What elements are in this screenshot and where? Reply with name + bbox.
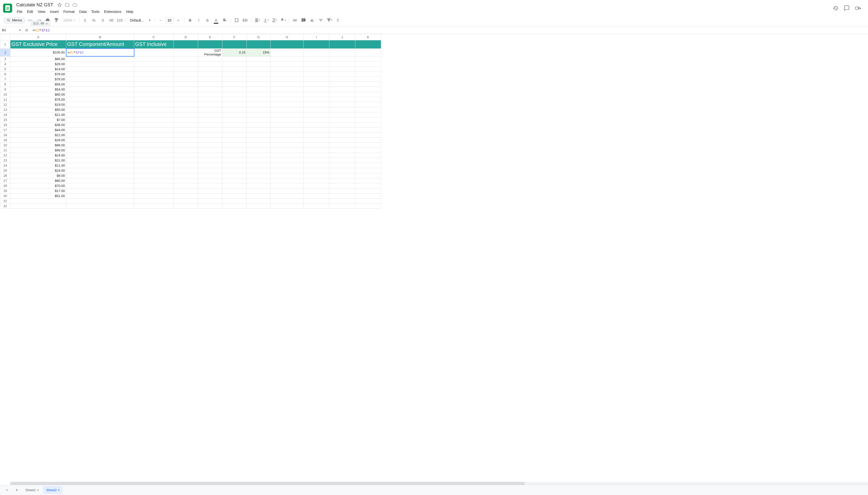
cell-I21[interactable] <box>303 148 329 153</box>
cell-F14[interactable] <box>222 112 247 117</box>
italic-button[interactable]: I <box>195 16 203 24</box>
cell-D13[interactable] <box>174 107 198 112</box>
cell-H28[interactable] <box>271 183 303 188</box>
cell-E8[interactable] <box>198 82 222 87</box>
row-header-5[interactable]: 5 <box>0 66 11 71</box>
cell-G11[interactable] <box>247 97 271 102</box>
cell-C2[interactable] <box>134 48 174 56</box>
cell-F22[interactable] <box>222 153 247 158</box>
add-sheet-button[interactable]: + <box>3 486 11 494</box>
cell-J20[interactable] <box>329 142 355 148</box>
cell-E26[interactable] <box>198 173 222 178</box>
cell-H21[interactable] <box>271 148 303 153</box>
cell-B9[interactable] <box>66 87 134 92</box>
decrease-font-size-button[interactable]: − <box>157 16 164 24</box>
cell-C18[interactable] <box>134 132 174 137</box>
cell-A31[interactable] <box>11 198 66 203</box>
cell-H24[interactable] <box>271 163 303 168</box>
cell-C28[interactable] <box>134 183 174 188</box>
cell-H19[interactable] <box>271 137 303 142</box>
cell-I14[interactable] <box>303 112 329 117</box>
row-header-7[interactable]: 7 <box>0 76 11 82</box>
cell-G22[interactable] <box>247 153 271 158</box>
cell-B26[interactable] <box>66 173 134 178</box>
cell-C11[interactable] <box>134 97 174 102</box>
cell-J32[interactable] <box>329 203 355 208</box>
cell-C8[interactable] <box>134 82 174 87</box>
cell-D2[interactable] <box>174 48 198 56</box>
cell-K16[interactable] <box>355 122 381 127</box>
cell-G29[interactable] <box>247 188 271 193</box>
cell-H14[interactable] <box>271 112 303 117</box>
cell-E15[interactable] <box>198 117 222 122</box>
cell-F8[interactable] <box>222 82 247 87</box>
cell-A9[interactable]: $54.00 <box>11 87 66 92</box>
cell-I31[interactable] <box>303 198 329 203</box>
cell-F6[interactable] <box>222 71 247 76</box>
cell-I24[interactable] <box>303 163 329 168</box>
cell-H7[interactable] <box>271 76 303 82</box>
cell-J29[interactable] <box>329 188 355 193</box>
cell-C15[interactable] <box>134 117 174 122</box>
cell-B16[interactable] <box>66 122 134 127</box>
header-cell-G1[interactable] <box>247 40 271 49</box>
cell-I12[interactable] <box>303 102 329 107</box>
cell-C9[interactable] <box>134 87 174 92</box>
cell-F31[interactable] <box>222 198 247 203</box>
header-cell-E1[interactable] <box>198 40 222 49</box>
cell-C13[interactable] <box>134 107 174 112</box>
paint-format-button[interactable] <box>52 16 60 24</box>
cell-J11[interactable] <box>329 97 355 102</box>
star-icon[interactable] <box>57 2 62 7</box>
cell-A3[interactable]: $80.00 <box>11 56 66 62</box>
cell-A28[interactable]: $70.00 <box>11 183 66 188</box>
cell-E32[interactable] <box>198 203 222 208</box>
cell-F30[interactable] <box>222 193 247 198</box>
row-header-29[interactable]: 29 <box>0 188 11 193</box>
cell-E16[interactable] <box>198 122 222 127</box>
cell-E5[interactable] <box>198 66 222 71</box>
cell-K12[interactable] <box>355 102 381 107</box>
cell-G32[interactable] <box>247 203 271 208</box>
row-header-22[interactable]: 22 <box>0 153 11 158</box>
column-header-C[interactable]: C <box>134 34 174 40</box>
cell-B20[interactable] <box>66 142 134 148</box>
menu-tools[interactable]: Tools <box>89 8 102 15</box>
cell-H17[interactable] <box>271 127 303 132</box>
cell-D9[interactable] <box>174 87 198 92</box>
menu-file[interactable]: File <box>15 8 24 15</box>
cell-J28[interactable] <box>329 183 355 188</box>
cell-B31[interactable] <box>66 198 134 203</box>
cell-D6[interactable] <box>174 71 198 76</box>
row-header-8[interactable]: 8 <box>0 82 11 87</box>
cell-J30[interactable] <box>329 193 355 198</box>
cell-I26[interactable] <box>303 173 329 178</box>
cell-D27[interactable] <box>174 178 198 183</box>
horizontal-scrollbar[interactable] <box>10 482 868 485</box>
header-cell-J1[interactable] <box>329 40 355 49</box>
cell-I7[interactable] <box>303 76 329 82</box>
cell-I32[interactable] <box>303 203 329 208</box>
cell-J4[interactable] <box>329 62 355 66</box>
cell-D21[interactable] <box>174 148 198 153</box>
bold-button[interactable]: B <box>186 16 194 24</box>
cell-K30[interactable] <box>355 193 381 198</box>
cell-G6[interactable] <box>247 71 271 76</box>
cell-H4[interactable] <box>271 62 303 66</box>
column-header-K[interactable]: K <box>355 34 381 40</box>
cell-B4[interactable] <box>66 62 134 66</box>
cell-K9[interactable] <box>355 87 381 92</box>
cell-C21[interactable] <box>134 148 174 153</box>
cell-G7[interactable] <box>247 76 271 82</box>
cell-F25[interactable] <box>222 168 247 173</box>
cell-G31[interactable] <box>247 198 271 203</box>
cell-H27[interactable] <box>271 178 303 183</box>
text-rotation-button[interactable]: ▾ <box>279 16 287 24</box>
cell-B21[interactable] <box>66 148 134 153</box>
cell-H29[interactable] <box>271 188 303 193</box>
cell-B23[interactable] <box>66 158 134 163</box>
cell-J13[interactable] <box>329 107 355 112</box>
cell-C27[interactable] <box>134 178 174 183</box>
cell-E3[interactable] <box>198 56 222 62</box>
cell-A13[interactable]: $50.00 <box>11 107 66 112</box>
